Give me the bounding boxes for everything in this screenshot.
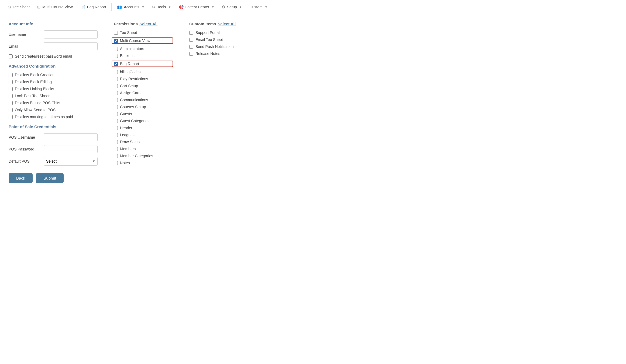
advanced-checkbox-2[interactable] (9, 87, 13, 91)
advanced-checkbox-5[interactable] (9, 108, 13, 112)
permissions-header: Permissions Select All (114, 22, 173, 26)
pos-credentials-title: Point of Sale Credentials (9, 124, 98, 129)
tee-sheet-icon: ⊙ (8, 5, 11, 9)
permissions-title: Permissions (114, 22, 138, 26)
submit-button[interactable]: Submit (36, 173, 64, 183)
permission-checkbox-12[interactable] (114, 119, 118, 123)
permission-checkbox-3[interactable] (114, 54, 118, 58)
nav-custom[interactable]: Custom ▼ (246, 3, 271, 11)
permission-label-15: Draw Setup (120, 140, 140, 144)
permission-item: Guests (114, 112, 173, 116)
permission-item: Courses Set up (114, 105, 173, 109)
main-content: Account Info Username Email Send create/… (0, 14, 626, 364)
nav-setup[interactable]: ⚙ Setup ▼ (219, 3, 245, 11)
nav-lottery-center[interactable]: 🎯 Lottery Center ▼ (176, 3, 218, 11)
nav-lottery-label: Lottery Center (185, 5, 209, 9)
permission-checkbox-14[interactable] (114, 133, 118, 137)
permission-checkbox-8[interactable] (114, 91, 118, 95)
pos-username-label: POS Username (9, 135, 41, 139)
permission-label-14: Leagues (120, 133, 135, 137)
custom-label-3: Release Notes (195, 51, 220, 56)
permission-checkbox-17[interactable] (114, 154, 118, 158)
pos-username-row: POS Username (9, 133, 98, 141)
permission-checkbox-2[interactable] (114, 47, 118, 51)
nav-accounts[interactable]: 👥 Accounts ▼ (114, 3, 147, 11)
permission-checkbox-6[interactable] (114, 77, 118, 81)
permission-item: Assign Carts (114, 91, 173, 95)
bag-report-icon: 📄 (80, 5, 85, 9)
custom-items-title: Custom Items (189, 22, 216, 26)
default-pos-label: Default POS (9, 159, 41, 163)
tools-icon: ⚙ (152, 5, 156, 9)
permission-item: Bag Report (112, 61, 173, 67)
custom-items-list: Support PortalEmail Tee SheetSend Push N… (189, 30, 249, 56)
custom-item: Support Portal (189, 30, 249, 35)
pos-password-input[interactable] (44, 145, 98, 153)
advanced-item-row: Disallow Editing POS Chits (9, 101, 98, 105)
permission-checkbox-11[interactable] (114, 112, 118, 116)
advanced-checkbox-6[interactable] (9, 115, 13, 119)
permission-label-10: Courses Set up (120, 105, 146, 109)
email-input[interactable] (44, 42, 98, 50)
permission-item: Administrators (114, 47, 173, 51)
permission-item: Cart Setup (114, 84, 173, 88)
permission-label-16: Members (120, 147, 136, 151)
advanced-checkbox-1[interactable] (9, 80, 13, 84)
accounts-arrow: ▼ (142, 5, 145, 9)
advanced-checkbox-3[interactable] (9, 94, 13, 98)
nav-tee-sheet[interactable]: ⊙ Tee Sheet (4, 3, 33, 11)
permission-checkbox-5[interactable] (114, 70, 118, 74)
advanced-checkbox-4[interactable] (9, 101, 13, 105)
send-password-checkbox[interactable] (9, 54, 13, 58)
username-input[interactable] (44, 30, 98, 38)
nav-multi-course-view[interactable]: ⊞ Multi Course View (34, 3, 76, 11)
custom-checkbox-1[interactable] (189, 38, 193, 42)
advanced-config-section: Advanced Configuration Disallow Block Cr… (9, 64, 98, 119)
permission-item: Members (114, 147, 173, 151)
advanced-checkbox-0[interactable] (9, 73, 13, 77)
advanced-label-6: Disallow marking tee times as paid (15, 115, 73, 119)
nav-setup-label: Setup (227, 5, 237, 9)
permission-item: Member Categories (114, 154, 173, 158)
permission-checkbox-10[interactable] (114, 105, 118, 109)
advanced-item-row: Disallow Block Creation (9, 73, 98, 77)
permission-checkbox-15[interactable] (114, 140, 118, 144)
email-row: Email (9, 42, 98, 50)
navbar: ⊙ Tee Sheet ⊞ Multi Course View 📄 Bag Re… (0, 0, 626, 14)
pos-username-input[interactable] (44, 133, 98, 141)
permission-checkbox-7[interactable] (114, 84, 118, 88)
back-button[interactable]: Back (9, 173, 33, 183)
pos-credentials-section: Point of Sale Credentials POS Username P… (9, 124, 98, 166)
permission-checkbox-16[interactable] (114, 147, 118, 151)
permission-label-4: Bag Report (120, 62, 139, 66)
custom-checkbox-0[interactable] (189, 31, 193, 35)
custom-checkbox-3[interactable] (189, 52, 193, 56)
custom-checkbox-2[interactable] (189, 45, 193, 49)
permission-checkbox-18[interactable] (114, 161, 118, 165)
advanced-label-5: Only Allow Send to POS (15, 108, 56, 112)
permission-checkbox-13[interactable] (114, 126, 118, 130)
custom-label-2: Send Push Notification (195, 44, 234, 49)
permission-checkbox-0[interactable] (114, 31, 118, 35)
permissions-select-all[interactable]: Select All (139, 22, 157, 26)
advanced-label-3: Lock Past Tee Sheets (15, 94, 51, 98)
permission-item: Guest Categories (114, 119, 173, 123)
permission-checkbox-1[interactable] (114, 39, 118, 43)
advanced-item-row: Disallow marking tee times as paid (9, 115, 98, 119)
permission-item: Tee Sheet (114, 30, 173, 35)
permissions-column: Permissions Select All Tee SheetMulti Co… (114, 22, 173, 356)
advanced-label-1: Disallow Block Editing (15, 80, 52, 84)
custom-items-select-all[interactable]: Select All (218, 22, 236, 26)
permission-label-5: billingCodes (120, 70, 140, 74)
permission-checkbox-9[interactable] (114, 98, 118, 102)
nav-bag-report[interactable]: 📄 Bag Report (77, 3, 109, 11)
custom-label-1: Email Tee Sheet (195, 37, 223, 42)
permission-label-2: Administrators (120, 47, 144, 51)
default-pos-select[interactable]: Select (44, 157, 98, 166)
advanced-config-title: Advanced Configuration (9, 64, 98, 68)
nav-tools[interactable]: ⚙ Tools ▼ (149, 3, 174, 11)
pos-password-label: POS Password (9, 147, 41, 151)
permission-checkbox-4[interactable] (114, 62, 118, 66)
nav-divider (111, 3, 112, 11)
advanced-label-0: Disallow Block Creation (15, 73, 54, 77)
